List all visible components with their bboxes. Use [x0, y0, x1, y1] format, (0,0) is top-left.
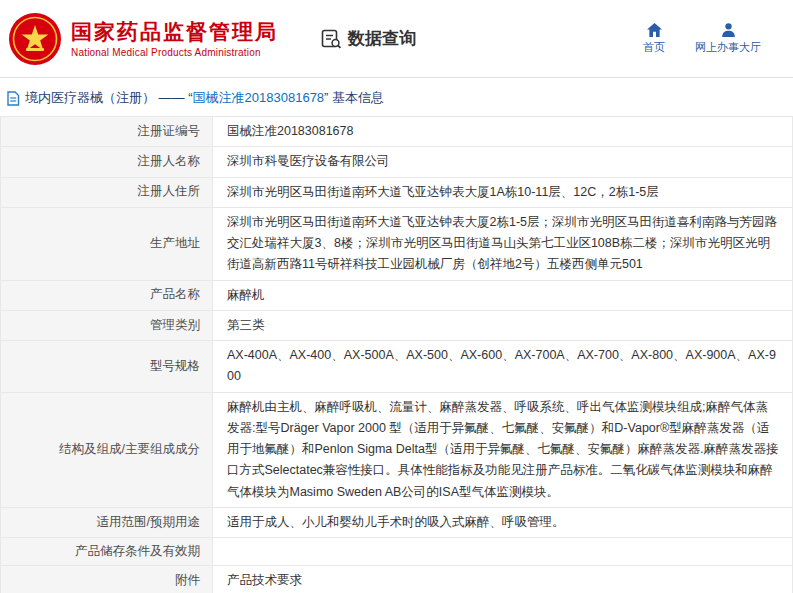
row-value: AX-400A、AX-400、AX-500A、AX-500、AX-600、AX-… — [213, 341, 793, 393]
row-value: 国械注准20183081678 — [213, 117, 793, 147]
breadcrumb-suffix: ” 基本信息 — [324, 90, 384, 105]
table-row: 附件产品技术要求 — [1, 566, 793, 593]
row-label: 产品储存条件及有效期 — [1, 538, 213, 566]
row-value — [213, 538, 793, 566]
document-icon — [6, 91, 20, 106]
row-label: 附件 — [1, 566, 213, 593]
row-value: 深圳市光明区马田街道南环大道飞亚达钟表大厦2栋1-5层；深圳市光明区马田街道喜利… — [213, 207, 793, 280]
row-label: 注册证编号 — [1, 117, 213, 147]
table-row: 结构及组成/主要组成成分麻醉机由主机、麻醉呼吸机、流量计、麻醉蒸发器、呼吸系统、… — [1, 392, 793, 507]
row-value: 麻醉机由主机、麻醉呼吸机、流量计、麻醉蒸发器、呼吸系统、呼出气体监测模块组成;麻… — [213, 392, 793, 507]
row-value: 麻醉机 — [213, 280, 793, 310]
row-value: 深圳市光明区马田街道南环大道飞亚达钟表大厦1A栋10-11层、12C，2栋1-5… — [213, 177, 793, 207]
breadcrumb-text: 境内医疗器械（注册） —— “国械注准20183081678” 基本信息 — [25, 89, 384, 107]
table-row: 产品储存条件及有效期 — [1, 538, 793, 566]
breadcrumb-reg-no: 国械注准20183081678 — [193, 90, 325, 105]
table-row: 型号规格AX-400A、AX-400、AX-500A、AX-500、AX-600… — [1, 341, 793, 393]
link-home-label: 首页 — [643, 40, 665, 55]
table-row: 注册人住所深圳市光明区马田街道南环大道飞亚达钟表大厦1A栋10-11层、12C，… — [1, 177, 793, 207]
row-value: 适用于成人、小儿和婴幼儿手术时的吸入式麻醉、呼吸管理。 — [213, 507, 793, 537]
site-title: 国家药品监督管理局 — [71, 19, 278, 45]
table-row: 注册证编号国械注准20183081678 — [1, 117, 793, 147]
row-label: 注册人住所 — [1, 177, 213, 207]
row-label: 生产地址 — [1, 207, 213, 280]
breadcrumb: 境内医疗器械（注册） —— “国械注准20183081678” 基本信息 — [0, 78, 793, 116]
row-value: 产品技术要求 — [213, 566, 793, 593]
home-icon — [647, 23, 662, 37]
registration-info-table: 注册证编号国械注准20183081678 注册人名称深圳市科曼医疗设备有限公司 … — [0, 116, 793, 593]
row-label: 结构及组成/主要组成成分 — [1, 392, 213, 507]
brand-logo: 国家药品监督管理局 National Medical Products Admi… — [8, 12, 278, 66]
data-query-label: 数据查询 — [348, 27, 416, 50]
nav-data-query[interactable]: 数据查询 — [320, 27, 416, 50]
person-icon — [721, 23, 736, 37]
table-row: 管理类别第三类 — [1, 310, 793, 340]
row-label: 管理类别 — [1, 310, 213, 340]
row-label: 适用范围/预期用途 — [1, 507, 213, 537]
row-label: 产品名称 — [1, 280, 213, 310]
row-label: 注册人名称 — [1, 147, 213, 177]
table-row: 产品名称麻醉机 — [1, 280, 793, 310]
row-value: 第三类 — [213, 310, 793, 340]
row-label: 型号规格 — [1, 341, 213, 393]
link-online-hall[interactable]: 网上办事大厅 — [695, 23, 761, 55]
link-home[interactable]: 首页 — [643, 23, 665, 55]
table-row: 注册人名称深圳市科曼医疗设备有限公司 — [1, 147, 793, 177]
table-row: 生产地址深圳市光明区马田街道南环大道飞亚达钟表大厦2栋1-5层；深圳市光明区马田… — [1, 207, 793, 280]
breadcrumb-prefix: 境内医疗器械（注册） —— “ — [25, 90, 193, 105]
page-header: 国家药品监督管理局 National Medical Products Admi… — [0, 0, 793, 78]
table-row: 适用范围/预期用途适用于成人、小儿和婴幼儿手术时的吸入式麻醉、呼吸管理。 — [1, 507, 793, 537]
link-online-hall-label: 网上办事大厅 — [695, 40, 761, 55]
top-links: 首页 网上办事大厅 — [643, 23, 771, 55]
data-query-icon — [320, 28, 342, 50]
site-subtitle: National Medical Products Administration — [71, 47, 278, 58]
brand-text: 国家药品监督管理局 National Medical Products Admi… — [71, 19, 278, 58]
national-emblem-icon — [8, 12, 62, 66]
row-value: 深圳市科曼医疗设备有限公司 — [213, 147, 793, 177]
